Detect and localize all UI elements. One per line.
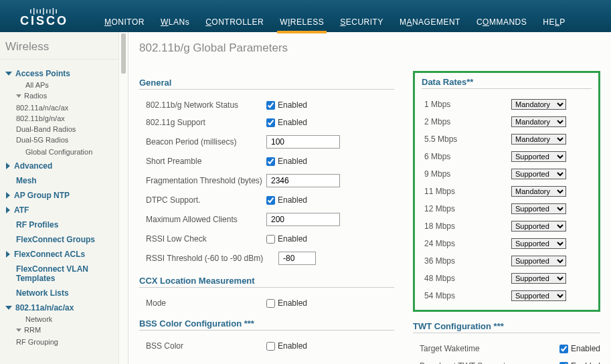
caret-right-icon [6,192,10,199]
brand-text: CISCO [20,15,68,27]
nav-commands[interactable]: COMMANDS [474,12,529,32]
checkbox-network-status[interactable] [266,101,275,110]
sidebar-item-access-points[interactable]: Access Points [5,65,117,80]
sidebar-item-network[interactable]: Network [16,314,117,325]
label-rssi-low: RSSI Low Check [146,234,266,244]
text-enabled: Enabled [278,118,307,127]
text-enabled: Enabled [278,100,307,110]
checkbox-ccx-mode[interactable] [266,299,275,308]
rate-select[interactable]: MandatorySupported [511,221,566,232]
checkbox-dtpc[interactable] [266,196,275,205]
caret-down-icon [5,72,12,76]
rate-row: 24 MbpsMandatorySupported [422,235,592,252]
sidebar-item-flexconnect-vlan[interactable]: FlexConnect VLAN Templates [5,260,117,284]
input-frag-threshold[interactable] [266,174,340,187]
sidebar-item-rrm[interactable]: RRM [16,325,117,335]
label-rssi-threshold: RSSI Threshold (-60 to -90 dBm) [146,254,266,263]
rate-row: 12 MbpsMandatorySupported [422,200,592,217]
rate-label: 18 Mbps [424,221,511,231]
nav-monitor[interactable]: MONITOR [102,12,147,32]
text-enabled: Enabled [278,298,307,308]
rate-select[interactable]: MandatorySupported [511,151,566,162]
sidebar-item-dual-5g[interactable]: Dual-5G Radios [16,134,117,145]
page-title: 802.11b/g Global Parameters [139,41,600,55]
checkbox-target-waketime[interactable] [559,345,568,353]
rate-row: 36 MbpsMandatorySupported [422,252,592,270]
sidebar-item-radios[interactable]: Radios [16,90,117,101]
checkbox-bss-color[interactable] [266,342,275,351]
rate-label: 2 Mbps [424,117,511,126]
content-area: 802.11b/g Global Parameters General 802.… [128,32,611,364]
checkbox-g-support[interactable] [266,118,275,127]
sidebar-item-flexconnect-groups[interactable]: FlexConnect Groups [5,231,117,246]
caret-right-icon [6,251,10,258]
nav-wireless[interactable]: WIRELESS [277,12,327,32]
sidebar-item-dual-band[interactable]: Dual-Band Radios [16,124,117,134]
label-bss-color: BSS Color [146,341,266,351]
top-nav: MONITOR WLANs CONTROLLER WIRELESS SECURI… [102,0,568,32]
rate-row: 1 MbpsMandatorySupported [422,96,592,113]
nav-security[interactable]: SECURITY [337,12,386,32]
rate-select[interactable]: MandatorySupported [511,99,566,110]
checkbox-short-preamble[interactable] [266,157,275,166]
sidebar-item-rf-grouping[interactable]: RF Grouping [16,337,117,347]
section-bss-title: BSS Color Configuration *** [139,318,394,331]
header-bar: ı|ıı|ıı|ı CISCO MONITOR WLANs CONTROLLER… [0,0,611,32]
text-enabled: Enabled [571,361,600,364]
rate-select[interactable]: MandatorySupported [511,169,566,179]
data-rates-panel: Data Rates** 1 MbpsMandatorySupported2 M… [413,71,600,312]
label-target-waketime: Target Waketime [420,344,559,353]
text-enabled: Enabled [278,341,307,351]
sidebar-item-all-aps[interactable]: All APs [16,80,117,90]
sidebar-item-radio-b[interactable]: 802.11b/g/n/ax [16,113,117,124]
sidebar: Wireless Access Points All APs Radios 80… [0,32,128,364]
rate-row: 6 MbpsMandatorySupported [422,148,592,165]
sidebar-title: Wireless [0,32,128,60]
label-beacon-period: Beacon Period (millisecs) [146,137,266,147]
caret-down-icon [5,306,12,310]
input-beacon-period[interactable] [266,135,340,149]
sidebar-item-atf[interactable]: ATF [5,201,117,216]
sidebar-item-radio-a[interactable]: 802.11a/n/ac/ax [16,102,117,113]
sidebar-scrollbar[interactable] [118,32,128,364]
rate-select[interactable]: MandatorySupported [511,203,566,214]
input-rssi-threshold[interactable] [278,252,316,265]
sidebar-item-rf-profiles[interactable]: RF Profiles [5,216,117,231]
rate-label: 1 Mbps [424,100,511,109]
sidebar-item-mesh[interactable]: Mesh [5,172,117,187]
nav-controller[interactable]: CONTROLLER [203,12,266,32]
input-max-clients[interactable] [266,213,340,226]
nav-help[interactable]: HELP [540,12,568,32]
rate-label: 48 Mbps [424,274,511,283]
label-dtpc: DTPC Support. [146,195,266,205]
rate-select[interactable]: MandatorySupported [511,134,566,145]
section-data-rates-title: Data Rates** [422,77,592,89]
sidebar-item-advanced[interactable]: Advanced [5,157,117,172]
rate-row: 18 MbpsMandatorySupported [422,217,592,235]
nav-wlans[interactable]: WLANs [158,12,192,32]
rate-label: 12 Mbps [424,204,511,213]
caret-right-icon [6,207,10,213]
sidebar-item-ap-group-ntp[interactable]: AP Group NTP [5,187,117,201]
text-enabled: Enabled [571,344,600,353]
section-general-title: General [139,78,394,90]
rate-select[interactable]: MandatorySupported [511,273,566,284]
checkbox-broadcast-twt[interactable] [559,362,568,365]
rate-select[interactable]: MandatorySupported [511,186,566,197]
rate-select[interactable]: MandatorySupported [511,290,566,301]
sidebar-item-flexconnect-acls[interactable]: FlexConnect ACLs [5,246,117,260]
rate-select[interactable]: MandatorySupported [511,238,566,249]
rate-row: 5.5 MbpsMandatorySupported [422,130,592,148]
label-network-status: 802.11b/g Network Status [146,100,266,110]
rate-row: 48 MbpsMandatorySupported [422,270,592,287]
rate-select[interactable]: MandatorySupported [511,256,566,266]
label-broadcast-twt: Broadcast TWT Support [420,361,559,364]
sidebar-item-80211a[interactable]: 802.11a/n/ac/ax [5,299,117,314]
sidebar-item-network-lists[interactable]: Network Lists [5,284,117,299]
rate-label: 54 Mbps [424,291,511,300]
checkbox-rssi-low[interactable] [266,235,275,244]
sidebar-item-global-config[interactable]: Global Configuration [16,147,117,157]
nav-management[interactable]: MANAGEMENT [397,12,463,32]
rate-select[interactable]: MandatorySupported [511,116,566,127]
label-max-clients: Maximum Allowed Clients [146,215,266,224]
